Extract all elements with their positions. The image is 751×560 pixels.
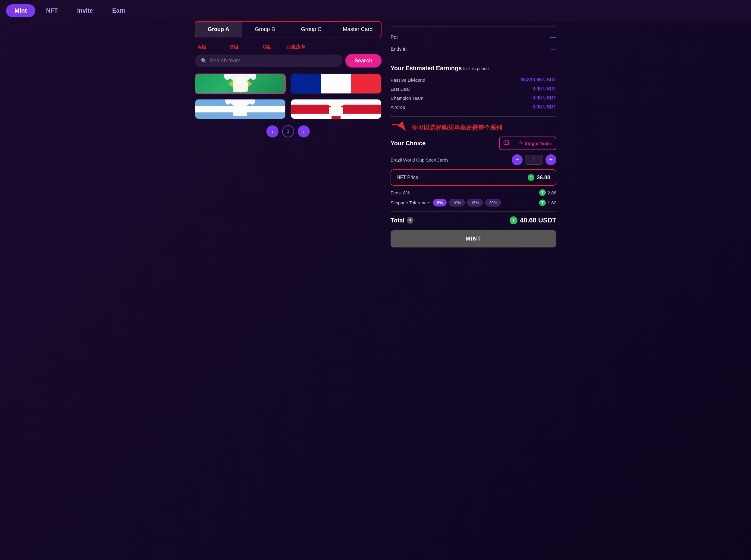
lastdeal-label: Last Deal — [390, 86, 409, 92]
next-page-button[interactable]: › — [298, 125, 310, 137]
svg-rect-55 — [507, 142, 508, 143]
svg-marker-57 — [521, 143, 522, 144]
search-icon: 🔍 — [201, 58, 207, 64]
brazil-player-svg: ⚽ — [213, 74, 267, 94]
slippage-row: Slippage Tolerance: 5% 10% 15% 20% T 1.8… — [390, 199, 556, 206]
total-token-icon: T — [510, 216, 517, 224]
slip-20[interactable]: 20% — [485, 199, 501, 206]
nav-invite[interactable]: Invite — [69, 4, 101, 17]
tab-master-card[interactable]: Master Card — [334, 22, 381, 37]
earnings-period: for this period — [463, 66, 489, 71]
svg-rect-8 — [224, 74, 230, 80]
brazil-card-info: Brazil World Cup SportCards T 36.00 Rema… — [195, 94, 285, 94]
annotation-row: 你可以选择购买单章还是整个系列 — [390, 121, 556, 134]
search-button[interactable]: Search — [345, 54, 382, 67]
choice-divider — [390, 116, 556, 117]
slip-10[interactable]: 10% — [449, 199, 465, 206]
annotation-text: 你可以选择购买单章还是整个系列 — [412, 124, 502, 132]
left-panel: Group A Group B Group C Master Card A组 B… — [195, 21, 382, 247]
svg-rect-46 — [321, 99, 327, 105]
choice-card-icon — [503, 140, 509, 145]
earning-champion: Champion Team 0.00 USDT — [390, 94, 556, 102]
nft-price-label: NFT Price — [397, 175, 418, 180]
mint-button[interactable]: MINT — [390, 230, 556, 247]
svg-rect-26 — [329, 81, 343, 91]
svg-point-54 — [505, 142, 506, 143]
card-argentina[interactable]: ⚽ Argentina World Cup SportCards T 36.00 — [195, 99, 286, 119]
total-label: Total ? — [390, 217, 413, 224]
prev-page-button[interactable]: ‹ — [266, 125, 279, 137]
tab-chinese-c: C组 — [263, 44, 271, 50]
total-divider — [390, 211, 556, 212]
page-number: 1 — [282, 125, 294, 137]
svg-rect-39 — [233, 107, 247, 116]
airdrop-value: 0.00 USDT — [532, 104, 556, 110]
slip-5[interactable]: 5% — [433, 199, 447, 206]
argentina-player-svg: ⚽ — [215, 99, 266, 119]
group-tabs-container: Group A Group B Group C Master Card — [195, 21, 382, 37]
annotation-arrow — [390, 121, 409, 134]
france-player-svg: ⚽ — [310, 74, 362, 94]
refresh-icon — [518, 141, 523, 146]
quantity-display: 1 — [525, 155, 543, 164]
earning-airdrop: Airdrop 0.00 USDT — [390, 102, 556, 112]
england-card-info: England World Cup SportCards T 36.00 Rem… — [291, 119, 381, 119]
quantity-row: Brazil World Cup SportCards − 1 + — [390, 154, 556, 165]
ends-label: Ends in — [390, 46, 407, 52]
search-input-wrapper[interactable]: 🔍 — [195, 55, 342, 67]
single-team-button[interactable]: Single Team — [513, 138, 556, 148]
passive-value: 35,813.66 USDT — [521, 77, 556, 83]
pot-row: Pot — — [390, 31, 556, 43]
right-panel: Pot — Ends in — Your Estimated Earnings … — [382, 21, 556, 247]
top-navigation: Mint NFT Invite Earn — [0, 0, 751, 21]
earning-lastdeal: Last Deal 0.00 USDT — [390, 84, 556, 94]
england-player-svg — [310, 99, 362, 119]
slippage-options: 5% 10% 15% 20% — [433, 199, 501, 206]
quantity-controls: − 1 + — [512, 154, 556, 165]
choice-toggle[interactable]: Single Team — [499, 137, 556, 150]
fees-row: Fees: 8% T 2.88 — [390, 189, 556, 196]
svg-rect-51 — [329, 107, 343, 116]
nav-earn[interactable]: Earn — [104, 4, 134, 17]
quantity-plus[interactable]: + — [546, 154, 556, 165]
svg-rect-47 — [345, 99, 351, 105]
passive-label: Passive Dividend — [390, 78, 425, 83]
pagination: ‹ 1 › — [195, 125, 382, 137]
svg-rect-35 — [249, 99, 255, 105]
svg-rect-12 — [232, 81, 248, 92]
tab-group-c[interactable]: Group C — [288, 22, 334, 37]
earnings-header: Your Estimated Earnings for this period — [390, 65, 556, 72]
mid-divider — [390, 60, 556, 60]
nft-price-box: NFT Price T 36.00 — [390, 169, 556, 186]
tab-chinese-a: A组 — [198, 44, 206, 50]
nav-nft[interactable]: NFT — [38, 4, 66, 17]
tab-group-a[interactable]: Group A — [195, 22, 242, 37]
champion-value: 0.00 USDT — [532, 95, 556, 101]
card-england[interactable]: England World Cup SportCards T 36.00 Rem… — [290, 99, 382, 119]
slip-token-icon: T — [539, 200, 546, 206]
search-input[interactable] — [210, 58, 336, 64]
svg-rect-23 — [345, 74, 351, 79]
slippage-label: Slippage Tolerance: — [390, 200, 430, 205]
nav-mint[interactable]: Mint — [6, 4, 35, 17]
tab-group-b[interactable]: Group B — [242, 22, 288, 37]
slippage-value: T 1.80 — [539, 200, 556, 206]
quantity-minus[interactable]: − — [512, 154, 523, 165]
earnings-title: Your Estimated Earnings — [390, 65, 462, 72]
slip-15[interactable]: 15% — [467, 199, 483, 206]
svg-rect-56 — [507, 143, 507, 143]
total-value: T 40.68 USDT — [510, 216, 556, 224]
top-divider — [390, 26, 556, 26]
svg-rect-53 — [504, 141, 509, 144]
lastdeal-value: 0.00 USDT — [532, 86, 556, 92]
fee-label: Fees: 8% — [390, 190, 409, 195]
france-card-info: France World Cup SportCards T 36.00 Rema… — [291, 94, 381, 94]
card-grid: ⚽ Brazil World Cup SportCards — [195, 74, 382, 119]
ends-dash: — — [550, 45, 556, 53]
card-france[interactable]: ⚽ France World Cup SportCards T 36.00 Re… — [290, 74, 382, 94]
total-help-icon[interactable]: ? — [407, 217, 413, 224]
choice-header: Your Choice — [390, 137, 556, 150]
choice-icon-button[interactable] — [500, 137, 513, 149]
search-container: 🔍 Search — [195, 54, 382, 67]
card-brazil[interactable]: ⚽ Brazil World Cup SportCards — [195, 74, 286, 94]
